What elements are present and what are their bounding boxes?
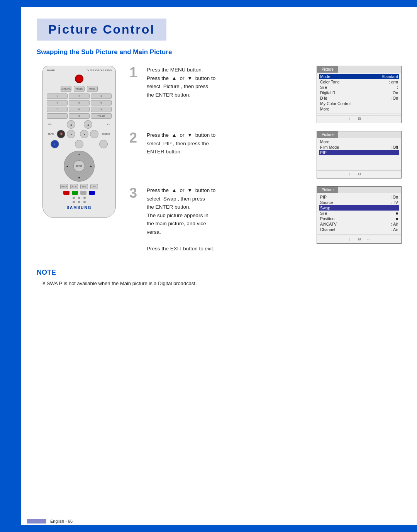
vol-label: VOL (48, 123, 52, 126)
power-button[interactable] (75, 75, 83, 83)
extra-btn[interactable] (99, 140, 108, 148)
num-2[interactable]: 2 (69, 93, 90, 99)
antenna-btn[interactable]: ANTENNA (61, 86, 71, 92)
menu-tab-3: Picture (317, 187, 338, 193)
source-label: SOURCE (102, 133, 110, 135)
mute-btn[interactable]: 🔇 (57, 130, 65, 138)
power-label: POWER (47, 69, 55, 71)
pre-ch-btn[interactable]: PRE-CH (91, 113, 112, 119)
pmode-btn[interactable]: P.MODE (74, 86, 85, 92)
footer-text: English - 66 (50, 519, 73, 524)
footer-menu-icon-2: ··· (367, 172, 370, 177)
step-3-row: 3 Press the ▲ or ▼ button to select Swap… (129, 186, 402, 253)
dot-3 (83, 197, 86, 199)
footer-arrow-icon-3: 〉 (349, 237, 352, 242)
left-bar (0, 0, 21, 532)
step-3-text: Press the ▲ or ▼ button to select Swap ,… (147, 186, 311, 253)
dot-4 (73, 201, 75, 203)
gray-btn[interactable] (80, 191, 86, 195)
remote-control: POWER TV STB VCR CABLE DVD ANTENNA P.MOD… (42, 66, 116, 218)
num-0[interactable]: 0 (69, 113, 90, 119)
dot-row-2 (47, 201, 112, 203)
menu-content-3: PIP: On Source: TV Swap Si e■ Position■ (317, 193, 401, 233)
nav-outer: ▲ ▼ ◄ ► ENTER (64, 151, 95, 182)
info-btn[interactable] (75, 140, 83, 148)
dot-6 (83, 201, 86, 203)
steps-area: 1 Press the MENU button. Press the ▲ or … (129, 66, 402, 253)
num-3[interactable]: 3 (91, 93, 112, 99)
step-2-text: Press the ▲ or ▼ button to select PIP , … (147, 131, 311, 156)
menu-footer-3: 〉 ⊟ ··· (317, 236, 401, 243)
fav-ch-btn[interactable]: FAV.CH (60, 184, 68, 189)
menu-screen-2: Picture More Film Mode: Off PIP (317, 131, 402, 178)
internet-btn[interactable]: i (51, 140, 59, 148)
dot-1 (73, 197, 75, 199)
nav-down-icon[interactable]: ▼ (78, 176, 81, 180)
ch-down-btn[interactable]: ▼ (80, 130, 88, 138)
number-grid: 1 2 3 4 5 6 7 8 9 - 0 PRE-CH (47, 93, 112, 119)
nav-pad: ▲ ▼ ◄ ► ENTER (64, 151, 95, 182)
num-dash[interactable]: - (47, 113, 68, 119)
menu-tab-2: Picture (317, 131, 338, 138)
dot-2 (78, 197, 80, 199)
blue-btn[interactable] (89, 191, 95, 195)
menu-row-mode: Mode: Standard (319, 74, 399, 79)
nav-right-icon[interactable]: ► (90, 165, 93, 168)
ch-up-btn[interactable]: ▲ (84, 120, 92, 129)
footer-menu-icon: ··· (367, 117, 370, 122)
num-1[interactable]: 1 (47, 93, 68, 99)
menu-row-digital-r: Digital R: On (319, 90, 399, 95)
step-2-row: 2 Press the ▲ or ▼ button to select PIP … (129, 131, 402, 178)
menu-header-2: Picture (317, 131, 401, 138)
antenna-pmode-mode-row: ANTENNA P.MODE MODE (47, 86, 112, 92)
ch-list-btn[interactable]: CH LIST (70, 184, 78, 189)
menu-tab-1: Picture (317, 66, 338, 73)
menu-row-pip: PIP (319, 150, 399, 155)
section-heading: Swapping the Sub Picture and Main Pictur… (37, 48, 402, 56)
vol-up-btn[interactable]: ▲ (67, 120, 75, 129)
vol-ch-row: VOL ▲ ▲ CH (48, 120, 110, 129)
num-4[interactable]: 4 (47, 100, 68, 105)
pip-btn[interactable]: PIP (90, 184, 98, 189)
remote-top-row: POWER TV STB VCR CABLE DVD (47, 69, 112, 71)
green-btn[interactable] (72, 191, 78, 195)
samsung-logo: SAMSUNG (47, 206, 112, 210)
menu-row-channel: Channel: Air (319, 227, 399, 232)
vol-down-btn[interactable]: ▼ (67, 130, 75, 138)
menu-content-2: More Film Mode: Off PIP (317, 138, 401, 168)
num-8[interactable]: 8 (69, 107, 90, 112)
remote-area: POWER TV STB VCR CABLE DVD ANTENNA P.MOD… (37, 66, 122, 253)
mute-label: MUTE (48, 133, 54, 135)
source-btn[interactable] (90, 130, 98, 138)
menu-row-d-le: D le: On (319, 95, 399, 101)
dot-5 (78, 201, 80, 203)
note-text: ¥ SWA P is not available when the Main p… (37, 280, 402, 288)
nav-up-icon[interactable]: ▲ (78, 153, 81, 156)
step-2-number: 2 (129, 131, 141, 145)
menu-row-pip-on: PIP: On (319, 194, 399, 200)
main-layout: POWER TV STB VCR CABLE DVD ANTENNA P.MOD… (37, 66, 402, 253)
menu-footer-2: 〉 ⊟ ··· (317, 170, 401, 178)
footer-bar (27, 519, 46, 524)
nav-left-icon[interactable]: ◄ (66, 165, 69, 168)
menu-header-1: Picture (317, 66, 401, 73)
menu-header-3: Picture (317, 187, 401, 193)
enter-btn[interactable]: ENTER (73, 160, 85, 172)
note-section: NOTE ¥ SWA P is not available when the M… (37, 265, 402, 288)
step-1-text: Press the MENU button. Press the ▲ or ▼ … (147, 66, 311, 99)
mode-btn[interactable]: MODE (87, 86, 98, 92)
mute-source-row: MUTE 🔇 ▼ ▼ SOURCE (48, 130, 110, 138)
menu-row-swap: Swap (319, 205, 399, 211)
num-5[interactable]: 5 (69, 100, 90, 105)
num-9[interactable]: 9 (91, 107, 112, 112)
exit-instruction: Press the EXIT button to exit. (147, 246, 214, 252)
red-btn[interactable] (63, 191, 70, 195)
num-6[interactable]: 6 (91, 100, 112, 105)
footer-back-icon-2: ⊟ (358, 172, 361, 177)
mts-btn[interactable]: MTS (80, 184, 88, 189)
footer-arrow-icon: 〉 (349, 117, 352, 122)
footer-arrow-icon-2: 〉 (349, 172, 352, 177)
menu-content-1: Mode: Standard Color Tone: arm Si e: Dig… (317, 73, 401, 113)
num-7[interactable]: 7 (47, 107, 68, 112)
step-1-row: 1 Press the MENU button. Press the ▲ or … (129, 66, 402, 123)
